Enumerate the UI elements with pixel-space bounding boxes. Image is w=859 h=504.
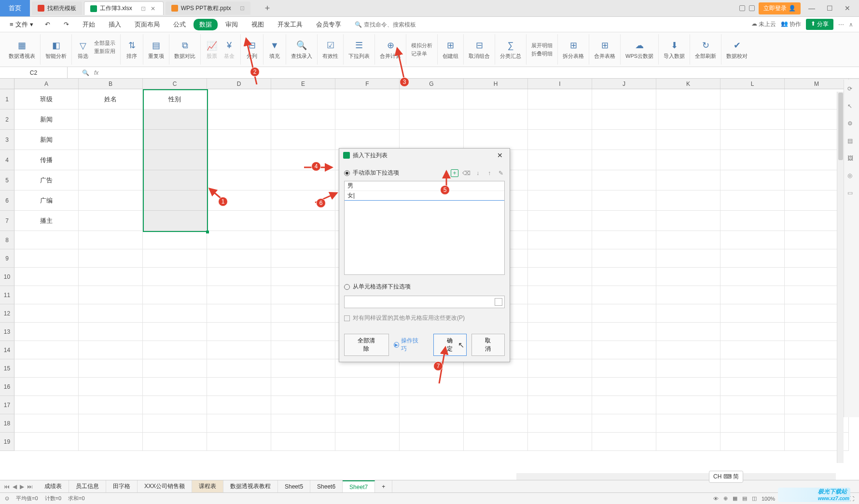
col-header[interactable]: H xyxy=(464,79,528,89)
cell[interactable] xyxy=(720,433,785,451)
cell[interactable] xyxy=(720,249,785,268)
menu-view[interactable]: 视图 xyxy=(246,17,270,32)
cell[interactable] xyxy=(335,396,400,414)
cell[interactable] xyxy=(207,211,271,231)
cell[interactable] xyxy=(528,414,592,433)
cell[interactable] xyxy=(528,396,592,414)
cell[interactable]: 姓名 xyxy=(79,89,143,109)
doc-tab-0[interactable]: 找稻壳模板 xyxy=(32,1,82,15)
cell[interactable] xyxy=(656,109,720,130)
cell[interactable] xyxy=(656,323,720,341)
rtool-image-icon[interactable]: 🖼 xyxy=(847,155,856,163)
cell[interactable] xyxy=(79,211,143,231)
cell[interactable] xyxy=(592,191,656,211)
cell[interactable] xyxy=(528,433,592,451)
cell[interactable] xyxy=(720,109,785,130)
cell[interactable] xyxy=(14,414,79,433)
cell[interactable] xyxy=(592,323,656,341)
cell[interactable] xyxy=(14,304,79,323)
sort-icon[interactable]: ⇅ xyxy=(125,39,138,52)
rtool-cursor-icon[interactable]: ↖ xyxy=(847,103,856,111)
cell[interactable] xyxy=(720,396,785,414)
cell[interactable] xyxy=(14,359,79,378)
validity-icon[interactable]: ☑ xyxy=(324,39,337,52)
filter-icon[interactable]: ▽ xyxy=(77,40,89,52)
undo-icon[interactable]: ↶ xyxy=(39,17,56,32)
cell[interactable] xyxy=(79,130,143,150)
import-icon[interactable]: ⬇ xyxy=(668,39,680,52)
cell[interactable]: 传播 xyxy=(14,150,79,170)
row-header[interactable]: 3 xyxy=(0,130,14,150)
cell[interactable] xyxy=(143,249,207,268)
row-header[interactable]: 5 xyxy=(0,170,14,191)
col-header[interactable]: A xyxy=(14,79,79,89)
cell[interactable] xyxy=(720,304,785,323)
cell[interactable] xyxy=(14,378,79,396)
row-header[interactable]: 4 xyxy=(0,150,14,170)
selection-handle[interactable] xyxy=(206,231,209,233)
cell[interactable] xyxy=(656,89,720,109)
row-header[interactable]: 9 xyxy=(0,249,14,268)
cell[interactable] xyxy=(79,268,143,286)
cell[interactable] xyxy=(271,211,335,231)
cell[interactable] xyxy=(271,359,335,378)
minimize-button[interactable]: — xyxy=(804,2,819,14)
cell[interactable] xyxy=(592,150,656,170)
horizontal-scrollbar[interactable] xyxy=(516,473,836,480)
cell[interactable] xyxy=(592,304,656,323)
cell[interactable] xyxy=(720,268,785,286)
cell[interactable] xyxy=(656,359,720,378)
cell[interactable] xyxy=(14,433,79,451)
cell[interactable] xyxy=(592,249,656,268)
show-all[interactable]: 全部显示 xyxy=(94,40,115,47)
cell[interactable] xyxy=(207,109,271,130)
cell[interactable] xyxy=(207,231,271,249)
cell[interactable] xyxy=(271,396,335,414)
cell[interactable] xyxy=(14,341,79,359)
split-table-icon[interactable]: ⊞ xyxy=(567,39,580,52)
cell[interactable] xyxy=(656,304,720,323)
cell[interactable] xyxy=(79,286,143,304)
cell[interactable] xyxy=(528,130,592,150)
cell[interactable] xyxy=(79,231,143,249)
doc-tab-1[interactable]: 工作簿3.xlsx ⊡ ✕ xyxy=(84,1,164,15)
cell[interactable] xyxy=(207,286,271,304)
cell[interactable] xyxy=(720,130,785,150)
cell[interactable] xyxy=(656,231,720,249)
cell[interactable] xyxy=(528,304,592,323)
cell[interactable] xyxy=(528,231,592,249)
select-all-corner[interactable] xyxy=(0,79,14,89)
radio-from-range[interactable] xyxy=(344,284,350,290)
name-box[interactable]: C2 xyxy=(0,67,68,78)
cell[interactable] xyxy=(14,231,79,249)
col-header[interactable]: I xyxy=(528,79,592,89)
cell[interactable] xyxy=(207,378,271,396)
row-header[interactable]: 12 xyxy=(0,304,14,323)
sheet-tab[interactable]: 员工信息 xyxy=(69,480,106,492)
cell[interactable] xyxy=(400,396,464,414)
sheet-tab[interactable]: 田字格 xyxy=(106,480,138,492)
cell[interactable] xyxy=(720,414,785,433)
cell[interactable] xyxy=(528,211,592,231)
cell[interactable]: 广告 xyxy=(14,170,79,191)
sheet-tab[interactable]: 成绩表 xyxy=(38,480,69,492)
cell[interactable] xyxy=(464,414,528,433)
cell[interactable] xyxy=(335,130,400,150)
merge-table-icon[interactable]: ⊞ xyxy=(598,39,611,52)
col-header[interactable]: J xyxy=(592,79,656,89)
clear-all-button[interactable]: 全部清除 xyxy=(344,334,389,356)
cell[interactable] xyxy=(271,170,335,191)
cell[interactable] xyxy=(207,396,271,414)
cell[interactable] xyxy=(335,414,400,433)
ungroup-icon[interactable]: ⊟ xyxy=(473,39,485,52)
cell[interactable] xyxy=(207,268,271,286)
titlebar-icon-2[interactable] xyxy=(749,5,755,11)
row-header[interactable]: 8 xyxy=(0,231,14,249)
rtool-layers-icon[interactable]: ▤ xyxy=(847,137,856,146)
expand-detail[interactable]: 展开明细 xyxy=(531,42,553,49)
cell[interactable] xyxy=(656,286,720,304)
cell[interactable] xyxy=(400,109,464,130)
option-row-0[interactable]: 男 xyxy=(345,181,504,191)
cell[interactable] xyxy=(207,150,271,170)
rtool-reload-icon[interactable]: ⟳ xyxy=(847,85,856,94)
